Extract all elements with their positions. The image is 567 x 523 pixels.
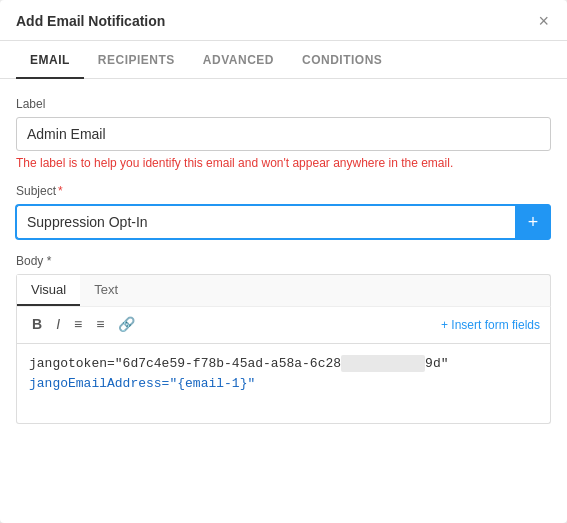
code-line-1: jangotoken="6d7c4e59-f78b-45ad-a58a-6c28… xyxy=(29,354,538,375)
label-group: Label The label is to help you identify … xyxy=(16,97,551,170)
body-field-label: Body * xyxy=(16,254,551,268)
body-tab-visual[interactable]: Visual xyxy=(17,275,80,306)
label-field-label: Label xyxy=(16,97,551,111)
modal-body: Label The label is to help you identify … xyxy=(0,79,567,523)
ordered-list-button[interactable]: ≡ xyxy=(69,313,87,337)
tab-email[interactable]: EMAIL xyxy=(16,41,84,79)
italic-button[interactable]: I xyxy=(51,313,65,337)
subject-input[interactable] xyxy=(16,205,515,239)
bold-icon: B xyxy=(32,316,42,332)
bold-button[interactable]: B xyxy=(27,313,47,337)
subject-field-label: Subject* xyxy=(16,184,551,198)
insert-form-fields-button[interactable]: + Insert form fields xyxy=(441,318,540,332)
modal-header: Add Email Notification × xyxy=(0,0,567,41)
subject-group: Subject* + xyxy=(16,184,551,240)
subject-input-wrapper: + xyxy=(16,204,551,240)
label-input[interactable] xyxy=(16,117,551,151)
link-button[interactable]: 🔗 xyxy=(113,313,140,337)
link-icon: 🔗 xyxy=(118,316,135,332)
tab-advanced[interactable]: ADVANCED xyxy=(189,41,288,79)
italic-icon: I xyxy=(56,316,60,332)
plus-icon: + xyxy=(528,212,539,233)
body-section: Body * Visual Text B I ≡ ≡ xyxy=(16,254,551,424)
editor-content-area[interactable]: jangotoken="6d7c4e59-f78b-45ad-a58a-6c28… xyxy=(16,344,551,424)
redacted-token xyxy=(341,355,425,372)
unordered-list-icon: ≡ xyxy=(96,316,104,332)
code-line-2: jangoEmailAddress="{email-1}" xyxy=(29,374,538,395)
add-email-notification-modal: Add Email Notification × EMAIL RECIPIENT… xyxy=(0,0,567,523)
tab-conditions[interactable]: CONDITIONS xyxy=(288,41,396,79)
modal-title: Add Email Notification xyxy=(16,13,165,29)
tab-recipients[interactable]: RECIPIENTS xyxy=(84,41,189,79)
body-tab-bar: Visual Text xyxy=(16,274,551,306)
close-button[interactable]: × xyxy=(536,12,551,30)
tab-bar: EMAIL RECIPIENTS ADVANCED CONDITIONS xyxy=(0,41,567,79)
body-tab-text[interactable]: Text xyxy=(80,275,132,306)
editor-toolbar: B I ≡ ≡ 🔗 + Insert form fields xyxy=(16,306,551,344)
unordered-list-button[interactable]: ≡ xyxy=(91,313,109,337)
label-hint: The label is to help you identify this e… xyxy=(16,156,551,170)
subject-add-button[interactable]: + xyxy=(515,204,551,240)
ordered-list-icon: ≡ xyxy=(74,316,82,332)
